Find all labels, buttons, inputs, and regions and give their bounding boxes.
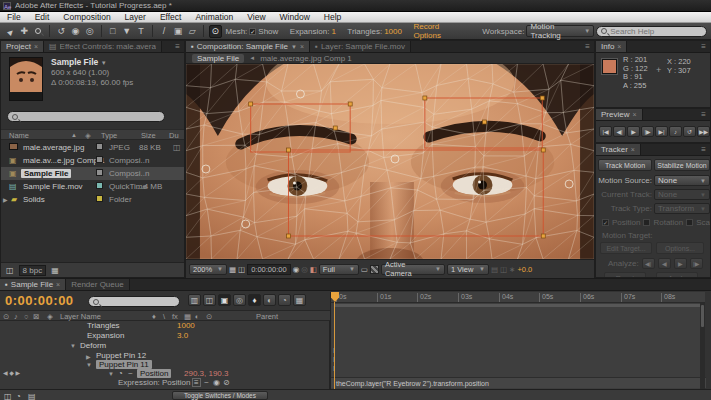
channels-icon[interactable]: ◧ <box>310 265 317 274</box>
help-search-input[interactable] <box>610 27 702 36</box>
interpret-footage-icon[interactable]: ◫ <box>6 266 14 275</box>
timeline-track-area[interactable]: I I I theComp.layer("R Eyebrow 2").trans… <box>330 303 705 389</box>
panel-menu-icon[interactable]: ≡ <box>697 41 710 52</box>
position-checkbox[interactable]: ✓ <box>602 219 609 226</box>
puppet-pin-tool-icon[interactable]: ⊙ <box>209 25 221 38</box>
viewer-timecode[interactable]: 0:00:00:00 <box>247 264 290 275</box>
close-icon[interactable]: × <box>632 111 636 118</box>
shape-tool-icon[interactable]: □ <box>107 25 119 38</box>
draft-3d-icon[interactable]: ◫ <box>203 294 216 306</box>
next-frame-button[interactable]: |▶ <box>641 126 654 137</box>
brush-tool-icon[interactable]: / <box>158 25 170 38</box>
menu-composition[interactable]: Composition <box>56 12 117 23</box>
property-row-expansion[interactable]: Expansion 3.0 <box>0 331 330 341</box>
twirl-icon[interactable]: ▶ <box>3 196 8 203</box>
expansion-value[interactable]: 1 <box>331 27 335 36</box>
layer-name-header[interactable]: Layer Name <box>60 312 101 321</box>
create-folder-icon[interactable]: ▦ <box>51 266 59 275</box>
selection-tool-icon[interactable]: ► <box>1 22 19 40</box>
snapshot-icon[interactable]: ◉ <box>293 265 300 274</box>
lock-column-icon[interactable]: ⊠ <box>33 312 39 321</box>
view-layout-dropdown[interactable]: 1 View▼ <box>447 264 489 275</box>
region-of-interest-icon[interactable]: ▭ <box>361 265 368 274</box>
graph-editor-icon[interactable]: ▦ <box>293 294 306 306</box>
table-row[interactable]: ▣ male.av...e.jpg Comp 1 Composi..n <box>1 154 184 167</box>
workspace-dropdown[interactable]: Motion Tracking▼ <box>526 25 594 37</box>
menu-edit[interactable]: Edit <box>28 12 57 23</box>
tab-layer[interactable]: ▪ Layer: Sample File.mov <box>310 41 411 52</box>
camera-tool-icon[interactable]: ◉ <box>69 25 81 38</box>
tab-timeline-comp[interactable]: ▪ Sample File × <box>0 279 66 290</box>
tab-composition[interactable]: ▪ Composition: Sample File ▼ × <box>186 41 310 52</box>
rotate-tool-icon[interactable]: ↺ <box>55 25 67 38</box>
panel-menu-icon[interactable]: ≡ <box>697 144 710 155</box>
pickwhip-icon[interactable]: ◉ <box>213 378 220 387</box>
comp-mini-flowchart-icon[interactable]: ▥ <box>188 294 201 306</box>
clone-stamp-tool-icon[interactable]: ▣ <box>172 25 184 38</box>
label-color-chip[interactable] <box>96 156 103 163</box>
close-icon[interactable]: × <box>34 43 38 50</box>
zoom-tool-icon[interactable] <box>32 25 44 38</box>
last-frame-button[interactable]: ▶| <box>655 126 668 137</box>
in-out-panes-icon[interactable]: ◔ <box>16 392 21 400</box>
column-duration[interactable]: Du <box>169 131 179 140</box>
column-type[interactable]: Type <box>101 131 117 140</box>
chevron-down-icon[interactable]: ▼ <box>101 60 107 66</box>
menu-effect[interactable]: Effect <box>153 12 189 23</box>
safe-guides-icon[interactable]: ▦ <box>229 265 236 274</box>
table-row[interactable]: male.average.jpg JPEG 88 KB ◫ <box>1 141 184 154</box>
auto-keyframe-icon[interactable]: ◔ <box>278 294 291 306</box>
transfer-controls-icon[interactable]: ▤ <box>28 392 36 400</box>
triangles-value[interactable]: 1000 <box>177 321 195 330</box>
play-button[interactable]: ▶ <box>627 126 640 137</box>
pixel-aspect-icon[interactable]: ▤ <box>491 265 498 274</box>
label-color-chip[interactable] <box>96 195 103 202</box>
audio-column-icon[interactable]: ♪ <box>14 312 18 321</box>
motion-blur-icon[interactable]: ♦ <box>248 294 261 306</box>
hide-shy-layers-icon[interactable]: ▣ <box>218 294 231 306</box>
table-row[interactable]: ▶ ▰ Solids Folder <box>1 193 184 206</box>
help-search-field[interactable] <box>596 26 707 37</box>
tab-tracker[interactable]: Tracker× <box>596 144 641 155</box>
keyframe-navigator[interactable]: ◀ ◆ ▶ <box>3 369 20 376</box>
expression-graph-icon[interactable]: ~ <box>204 378 209 387</box>
motion-source-dropdown[interactable]: None▼ <box>654 175 710 186</box>
breadcrumb-parent[interactable]: male.average.jpg Comp 1 <box>260 54 352 63</box>
panel-menu-icon[interactable]: ≡ <box>581 41 594 52</box>
exposure-value[interactable]: +0.0 <box>517 265 532 274</box>
stopwatch-icon[interactable]: ◔ <box>118 369 123 378</box>
loop-button[interactable]: ↺ <box>683 126 696 137</box>
tab-effect-controls[interactable]: ▤ Effect Controls: male.average.jpg <box>44 41 162 52</box>
work-area-bar[interactable] <box>334 304 702 307</box>
panel-menu-icon[interactable]: ≡ <box>171 41 184 52</box>
fast-previews-icon[interactable]: ◫ <box>500 265 507 274</box>
track-motion-button[interactable]: Track Motion <box>598 159 652 171</box>
table-row[interactable]: ▤ Sample File.mov QuickTime ...4 MB <box>1 180 184 193</box>
parent-header[interactable]: Parent <box>256 312 278 321</box>
project-search-field[interactable] <box>7 111 165 122</box>
pen-tool-icon[interactable]: ▼ <box>121 25 133 38</box>
column-name[interactable]: Name <box>9 131 29 140</box>
magnification-dropdown[interactable]: 200%▼ <box>189 264 227 275</box>
video-column-icon[interactable]: ⊙ <box>3 312 9 321</box>
property-row-triangles[interactable]: Triangles 1000 <box>0 321 330 331</box>
twirl-icon[interactable]: ▼ <box>108 371 114 377</box>
timeline-jump-icon[interactable]: ∗ <box>509 265 515 274</box>
expression-text[interactable]: theComp.layer("R Eyebrow 2").transform.p… <box>336 380 489 387</box>
camera-dropdown[interactable]: Active Camera▼ <box>381 264 445 275</box>
transparency-grid-icon[interactable] <box>370 265 379 274</box>
twirl-icon[interactable]: ▼ <box>86 362 92 368</box>
label-color-chip[interactable] <box>96 182 103 189</box>
resolution-dropdown[interactable]: Full▼ <box>319 264 359 275</box>
first-frame-button[interactable]: |◀ <box>599 126 612 137</box>
expand-layers-icon[interactable]: ◫ <box>4 392 12 400</box>
frame-blend-icon[interactable]: ◎ <box>233 294 246 306</box>
chevron-down-icon[interactable]: ▼ <box>291 44 297 50</box>
rotation-checkbox[interactable] <box>643 219 650 226</box>
scale-checkbox[interactable] <box>686 219 693 226</box>
solo-column-icon[interactable]: ○ <box>24 312 29 321</box>
group-row-deform[interactable]: ▼ Deform <box>0 341 330 351</box>
close-icon[interactable]: × <box>631 146 635 153</box>
sort-arrow-icon[interactable]: ▲ <box>71 132 77 138</box>
toggle-switches-modes-button[interactable]: Toggle Switches / Modes <box>172 391 268 400</box>
